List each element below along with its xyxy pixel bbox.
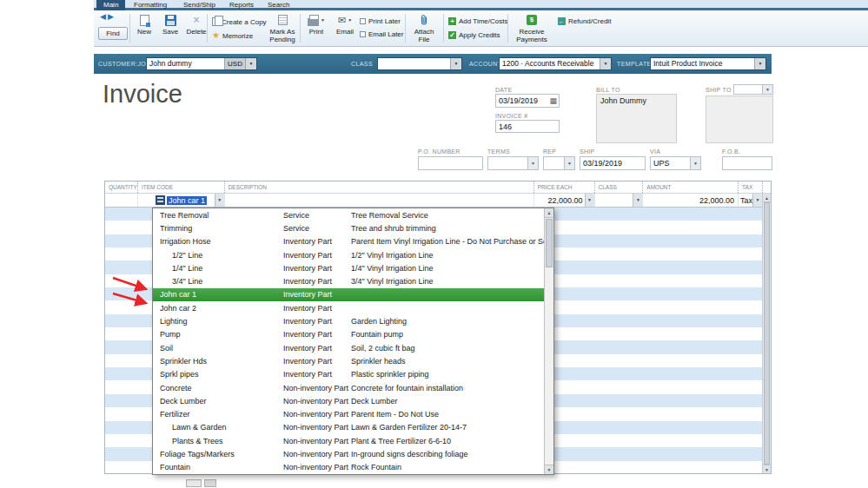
account-value: 1200 · Accounts Receivable: [500, 58, 600, 69]
scrollbar-thumb[interactable]: [546, 219, 553, 267]
scroll-up-icon[interactable]: ▲: [545, 208, 553, 218]
ship-date-field[interactable]: 03/19/2019: [580, 156, 646, 170]
apply-credits-button[interactable]: ✓ Apply Credits: [448, 30, 500, 40]
tax-value: Tax: [740, 196, 752, 205]
dropdown-item-soil[interactable]: SoilInventory PartSoil, 2 cubic ft bag: [153, 341, 544, 354]
memorize-button[interactable]: ★ Memorize: [212, 30, 253, 41]
receive-payments-button[interactable]: $ Receive Payments: [511, 13, 553, 43]
ship-to-box[interactable]: [706, 96, 773, 143]
print-later-checkbox[interactable]: [360, 18, 366, 24]
dropdown-item-lighting[interactable]: LightingInventory PartGarden Lighting: [153, 314, 544, 327]
chevron-down-icon[interactable]: ▼: [245, 58, 256, 69]
dropdown-item-fertilizer[interactable]: FertilizerNon-inventory PartParent Item …: [153, 407, 544, 420]
tab-send-ship[interactable]: Send/Ship: [176, 0, 222, 10]
customer-job-combo[interactable]: John dummy USD ▼: [146, 57, 257, 70]
ship-to-combo[interactable]: ▼: [733, 84, 773, 95]
refund-credit-button[interactable]: ← Refund/Credit: [558, 16, 611, 26]
chevron-down-icon[interactable]: ▼: [564, 157, 574, 169]
via-value: UPS: [653, 159, 670, 168]
dropdown-item-irrigation-hose[interactable]: Irrigation HoseInventory PartParent Item…: [153, 235, 544, 248]
via-combo[interactable]: UPS ▼: [650, 156, 701, 170]
tab-reports[interactable]: Reports: [222, 0, 261, 10]
dropdown-item-lawn-garden[interactable]: Lawn & GardenNon-inventory PartLawn & Ga…: [153, 421, 544, 434]
table-scrollbar[interactable]: ▲ ▼: [762, 194, 771, 473]
tax-cell[interactable]: Tax ▼: [738, 194, 762, 207]
print-later-option[interactable]: Print Later: [360, 16, 401, 26]
memorize-star-icon: ★: [212, 31, 220, 40]
item-code-value[interactable]: John car 1: [167, 196, 207, 205]
item-name: Deck Lumber: [153, 397, 283, 406]
amount-cell[interactable]: 22,000.00: [642, 194, 738, 207]
invoice-number-field[interactable]: 146: [495, 120, 560, 133]
create-a-copy-button[interactable]: Create a Copy: [212, 16, 267, 27]
chevron-down-icon[interactable]: ▼: [752, 194, 762, 207]
attach-file-button[interactable]: Attach File: [408, 13, 440, 43]
print-later-label: Print Later: [368, 17, 401, 25]
dropdown-item-foliage-tags-markers[interactable]: Foliage Tags/MarkersNon-inventory PartIn…: [153, 447, 544, 460]
fob-field[interactable]: [722, 156, 772, 170]
chevron-down-icon[interactable]: ▼: [450, 58, 461, 69]
price-each-cell[interactable]: 22,000.00 ▼: [533, 194, 594, 207]
item-description: 1/4" Vinyl Irrigation Line: [351, 264, 544, 273]
scroll-down-icon[interactable]: ▼: [763, 465, 771, 473]
find-button[interactable]: Find: [98, 27, 128, 40]
template-label: TEMPLATE: [617, 54, 652, 74]
item-code-cell[interactable]: John car 1 ▼: [137, 194, 224, 207]
save-button[interactable]: Save: [158, 13, 182, 36]
dropdown-item-fountain[interactable]: FountainNon-inventory PartRock Fountain: [153, 461, 544, 474]
email-later-checkbox[interactable]: [360, 31, 366, 37]
chevron-down-icon[interactable]: ▼: [633, 194, 642, 207]
dropdown-scrollbar[interactable]: ▲ ▼: [544, 208, 553, 474]
description-cell[interactable]: [224, 194, 533, 207]
dropdown-item-concrete[interactable]: ConcreteNon-inventory PartConcrete for f…: [153, 381, 544, 394]
mark-as-pending-button[interactable]: Mark As Pending: [262, 13, 302, 43]
email-later-option[interactable]: Email Later: [360, 29, 403, 39]
chevron-down-icon[interactable]: ▼: [585, 194, 594, 207]
dropdown-item-john-car-2[interactable]: John car 2Inventory Part: [153, 301, 544, 314]
dropdown-item-pump[interactable]: PumpInventory PartFountain pump: [153, 328, 544, 341]
calendar-icon[interactable]: ▦: [549, 96, 557, 106]
dropdown-item-plants-trees[interactable]: Plants & TreesNon-inventory PartPlant & …: [153, 434, 544, 447]
dropdown-item-john-car-1[interactable]: John car 1Inventory Part: [153, 288, 544, 301]
forward-icon[interactable]: ▶: [108, 12, 116, 21]
scroll-up-icon[interactable]: ▲: [763, 194, 771, 202]
class-cell[interactable]: ▼: [594, 194, 643, 207]
new-button[interactable]: New: [132, 13, 156, 36]
chevron-down-icon[interactable]: ▼: [215, 194, 224, 207]
quickbooks-invoice-window: Main Formatting Send/Ship Reports Search…: [0, 0, 868, 488]
dropdown-item-deck-lumber[interactable]: Deck LumberNon-inventory PartDeck Lumber: [153, 394, 544, 407]
dropdown-item-3-4-line[interactable]: 3/4" LineInventory Part3/4" Vinyl Irriga…: [153, 274, 544, 287]
chevron-down-icon[interactable]: ▼: [527, 157, 538, 169]
dropdown-item-trimming[interactable]: TrimmingServiceTree and shrub trimming: [153, 221, 544, 234]
scrollbar-thumb[interactable]: [764, 202, 770, 465]
po-number-field[interactable]: [418, 156, 483, 170]
account-combo[interactable]: 1200 · Accounts Receivable ▼: [499, 57, 612, 70]
dropdown-item-sprinkler-hds[interactable]: Sprinkler HdsInventory PartSprinkler hea…: [153, 354, 544, 367]
tab-formatting[interactable]: Formatting: [127, 0, 174, 10]
tab-main[interactable]: Main: [96, 0, 125, 10]
dropdown-item-tree-removal[interactable]: Tree RemovalServiceTree Removal Service: [153, 208, 544, 221]
chevron-down-icon[interactable]: ▼: [690, 157, 700, 169]
class-combo[interactable]: ▼: [377, 57, 462, 70]
item-description: Parent Item Vinyl Irrigation Line - Do N…: [351, 237, 544, 246]
dropdown-item-1-4-line[interactable]: 1/4" LineInventory Part1/4" Vinyl Irriga…: [153, 261, 544, 274]
currency-button[interactable]: USD: [224, 58, 245, 69]
date-field[interactable]: 03/19/2019 ▦: [495, 94, 560, 108]
chevron-down-icon[interactable]: ▼: [762, 85, 772, 94]
add-time-costs-button[interactable]: + Add Time/Costs: [448, 16, 507, 26]
rep-combo[interactable]: ▼: [543, 156, 575, 170]
quantity-cell[interactable]: [105, 194, 137, 207]
email-button[interactable]: ✉▼ Email: [332, 13, 358, 36]
dropdown-item-1-2-line[interactable]: 1/2" LineInventory Part1/2" Vinyl Irriga…: [153, 248, 544, 261]
chevron-down-icon[interactable]: ▼: [600, 58, 611, 69]
delete-button[interactable]: × Delete: [183, 13, 209, 36]
print-button[interactable]: ▼ Print: [303, 13, 329, 36]
back-icon[interactable]: ◀: [100, 12, 108, 21]
terms-combo[interactable]: ▼: [487, 156, 539, 170]
dropdown-item-sprkl-pipes[interactable]: Sprkl pipesInventory PartPlastic sprinkl…: [153, 368, 544, 381]
scroll-down-icon[interactable]: ▼: [545, 465, 553, 474]
bill-to-box[interactable]: John Dummy: [596, 94, 677, 143]
chevron-down-icon[interactable]: ▼: [754, 58, 765, 69]
tab-search[interactable]: Search: [261, 0, 296, 10]
template-combo[interactable]: Intuit Product Invoice ▼: [650, 57, 766, 70]
